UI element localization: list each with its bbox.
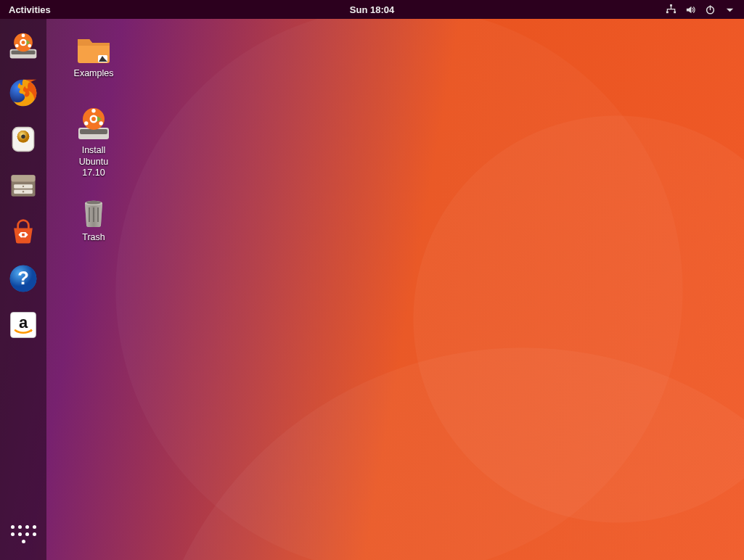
examples-folder[interactable]: Examples — [61, 29, 126, 80]
amazon-icon[interactable]: a — [5, 307, 41, 343]
top-panel: Activities Sun 18:04 — [0, 0, 744, 19]
svg-rect-20 — [12, 175, 36, 181]
svg-point-41 — [86, 201, 101, 205]
software-icon[interactable] — [5, 214, 41, 250]
desktop-icon-label: Trash — [61, 232, 126, 244]
svg-rect-1 — [666, 11, 669, 13]
svg-point-23 — [23, 186, 24, 187]
nautilus-icon[interactable] — [5, 168, 41, 204]
help-icon[interactable]: ? — [5, 260, 41, 297]
folder-icon — [75, 29, 113, 67]
activities-button[interactable]: Activities — [0, 4, 60, 15]
svg-rect-34 — [80, 129, 107, 134]
chevron-down-icon[interactable] — [724, 4, 735, 15]
svg-point-37 — [91, 109, 95, 112]
show-applications-button[interactable] — [9, 519, 38, 548]
svg-text:a: a — [19, 313, 28, 332]
volume-icon[interactable] — [685, 4, 696, 15]
svg-point-9 — [22, 33, 25, 37]
clock[interactable]: Sun 18:04 — [350, 4, 394, 15]
svg-rect-0 — [670, 4, 672, 7]
desktop[interactable]: Examples Install Ubuntu 17.10 — [46, 19, 744, 560]
svg-text:?: ? — [17, 268, 29, 288]
svg-point-18 — [21, 135, 25, 139]
network-icon[interactable] — [666, 4, 676, 15]
svg-point-10 — [15, 44, 19, 48]
installer-icon — [75, 106, 113, 144]
trash-icon[interactable]: Trash — [61, 193, 126, 244]
system-tray — [666, 4, 744, 15]
svg-rect-26 — [22, 234, 25, 236]
svg-point-38 — [84, 121, 88, 125]
firefox-icon[interactable] — [5, 75, 41, 111]
installer-icon[interactable] — [5, 28, 41, 65]
power-icon[interactable] — [705, 4, 716, 15]
rhythmbox-icon[interactable] — [5, 121, 41, 157]
dock: ? a — [0, 19, 46, 560]
svg-point-24 — [23, 191, 24, 192]
trash-bin-icon — [75, 193, 113, 231]
svg-point-11 — [28, 44, 31, 48]
svg-point-39 — [99, 121, 103, 125]
svg-rect-2 — [674, 11, 676, 13]
desktop-icon-label: Install Ubuntu 17.10 — [61, 145, 126, 179]
desktop-icon-label: Examples — [61, 68, 126, 80]
install-launcher[interactable]: Install Ubuntu 17.10 — [61, 106, 126, 179]
